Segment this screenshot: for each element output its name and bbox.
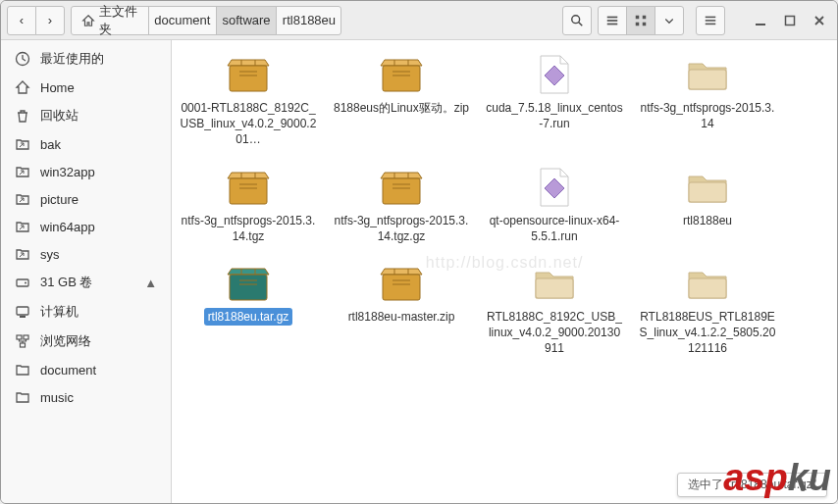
sidebar-item-label: document bbox=[40, 363, 96, 378]
sidebar-item-11[interactable]: document bbox=[1, 356, 171, 383]
minimize-icon bbox=[755, 15, 766, 26]
svg-rect-20 bbox=[24, 335, 28, 339]
run-icon bbox=[531, 167, 578, 208]
breadcrumb-home[interactable]: 主文件夹 bbox=[71, 6, 149, 35]
sidebar-item-0[interactable]: 最近使用的 bbox=[1, 44, 171, 74]
content-area[interactable]: 0001-RTL8188C_8192C_USB_linux_v4.0.2_900… bbox=[172, 40, 837, 503]
file-item[interactable]: ntfs-3g_ntfsprogs-2015.3.14.tgz.gz bbox=[325, 163, 478, 249]
back-button[interactable]: ‹ bbox=[7, 6, 36, 35]
svg-rect-28 bbox=[230, 275, 267, 300]
package-icon bbox=[225, 167, 272, 208]
sidebar-item-7[interactable]: sys bbox=[1, 240, 171, 268]
folder-icon bbox=[684, 54, 731, 95]
file-item[interactable]: RTL8188C_8192C_USB_linux_v4.0.2_9000.201… bbox=[478, 259, 631, 362]
svg-rect-13 bbox=[786, 16, 795, 25]
folder-link-icon bbox=[15, 136, 30, 152]
computer-icon bbox=[15, 304, 30, 320]
folder-icon bbox=[15, 362, 30, 378]
svg-rect-29 bbox=[383, 275, 420, 300]
sidebar-item-label: 31 GB 卷 bbox=[40, 274, 92, 291]
search-icon bbox=[570, 14, 584, 27]
folder-link-icon bbox=[15, 191, 30, 207]
breadcrumb-item-0[interactable]: document bbox=[148, 6, 216, 35]
file-item[interactable]: rtl8188eu-master.zip bbox=[325, 259, 478, 362]
file-item[interactable]: ntfs-3g_ntfsprogs-2015.3.14.tgz bbox=[172, 163, 325, 249]
sidebar-item-4[interactable]: win32app bbox=[1, 158, 171, 185]
maximize-icon bbox=[784, 15, 796, 26]
menu-button[interactable] bbox=[696, 6, 725, 35]
folder-icon bbox=[684, 167, 731, 208]
sidebar-item-label: sys bbox=[40, 247, 60, 262]
view-group bbox=[598, 6, 684, 35]
clock-icon bbox=[15, 51, 30, 67]
sidebar-item-label: 回收站 bbox=[40, 107, 79, 125]
breadcrumb-home-label: 主文件夹 bbox=[99, 3, 138, 38]
svg-rect-5 bbox=[636, 15, 640, 19]
maximize-button[interactable] bbox=[778, 6, 802, 35]
sidebar-item-10[interactable]: 浏览网络 bbox=[1, 327, 171, 356]
disk-icon bbox=[15, 275, 30, 290]
package-icon bbox=[225, 263, 272, 304]
folder-icon bbox=[684, 263, 731, 304]
sidebar-item-label: win32app bbox=[40, 165, 95, 179]
sidebar-item-2[interactable]: 回收站 bbox=[1, 101, 171, 130]
svg-rect-18 bbox=[20, 316, 26, 318]
nav-group: ‹ › bbox=[7, 6, 65, 35]
svg-point-0 bbox=[572, 15, 580, 23]
package-icon bbox=[378, 167, 425, 208]
sidebar-item-label: 计算机 bbox=[40, 303, 79, 321]
file-label: qt-opensource-linux-x64-5.5.1.run bbox=[482, 212, 627, 245]
home-icon bbox=[15, 79, 30, 95]
grid-icon bbox=[634, 14, 648, 27]
hamburger-icon bbox=[704, 14, 717, 27]
close-icon bbox=[813, 15, 825, 26]
view-list-button[interactable] bbox=[598, 6, 627, 35]
network-icon bbox=[15, 333, 30, 349]
svg-rect-11 bbox=[706, 23, 716, 25]
file-item[interactable]: 8188eus的Linux驱动。zip bbox=[325, 50, 478, 153]
svg-rect-22 bbox=[230, 66, 267, 91]
forward-button[interactable]: › bbox=[35, 6, 65, 35]
sidebar-item-5[interactable]: picture bbox=[1, 185, 171, 213]
toolbar-right bbox=[562, 6, 831, 35]
search-button[interactable] bbox=[562, 6, 592, 35]
close-button[interactable] bbox=[808, 6, 831, 35]
file-item[interactable]: rtl8188eu bbox=[631, 163, 784, 249]
file-item[interactable]: cuda_7.5.18_linux_centos-7.run bbox=[478, 50, 631, 153]
file-label: rtl8188eu-master.zip bbox=[344, 308, 459, 326]
file-item[interactable]: RTL8188EUS_RTL8189ES_linux_v4.1.2.2_5805… bbox=[631, 259, 784, 362]
svg-rect-31 bbox=[689, 278, 726, 298]
sidebar-item-8[interactable]: 31 GB 卷▲ bbox=[1, 268, 171, 297]
chevron-left-icon: ‹ bbox=[20, 13, 24, 27]
file-item[interactable]: rtl8188eu.tar.gz bbox=[172, 259, 325, 362]
sidebar-item-6[interactable]: win64app bbox=[1, 213, 171, 240]
view-more-button[interactable] bbox=[655, 6, 684, 35]
sidebar-item-label: 最近使用的 bbox=[40, 50, 104, 68]
minimize-button[interactable] bbox=[749, 6, 772, 35]
svg-rect-10 bbox=[706, 20, 716, 22]
breadcrumb-item-2[interactable]: rtl8188eu bbox=[276, 6, 341, 35]
sidebar-item-label: Home bbox=[40, 80, 75, 95]
file-label: rtl8188eu bbox=[679, 212, 736, 229]
svg-rect-30 bbox=[536, 278, 573, 298]
view-icons-button[interactable] bbox=[626, 6, 655, 35]
file-item[interactable]: qt-opensource-linux-x64-5.5.1.run bbox=[478, 163, 631, 249]
sidebar-item-3[interactable]: bak bbox=[1, 130, 171, 158]
file-item[interactable]: 0001-RTL8188C_8192C_USB_linux_v4.0.2_900… bbox=[172, 50, 325, 153]
sidebar-item-12[interactable]: music bbox=[1, 383, 171, 411]
sidebar-item-1[interactable]: Home bbox=[1, 74, 171, 101]
file-label: cuda_7.5.18_linux_centos-7.run bbox=[482, 99, 627, 132]
file-item[interactable]: ntfs-3g_ntfsprogs-2015.3.14 bbox=[631, 50, 784, 153]
folder-link-icon bbox=[15, 219, 30, 234]
breadcrumb-item-1[interactable]: software bbox=[216, 6, 278, 35]
sidebar-item-9[interactable]: 计算机 bbox=[1, 297, 171, 327]
sidebar-item-label: bak bbox=[40, 137, 61, 152]
svg-rect-7 bbox=[636, 22, 640, 25]
file-label: ntfs-3g_ntfsprogs-2015.3.14.tgz.gz bbox=[329, 212, 474, 245]
sidebar[interactable]: 最近使用的Home回收站bakwin32apppicturewin64appsy… bbox=[1, 40, 172, 503]
main: 最近使用的Home回收站bakwin32apppicturewin64appsy… bbox=[1, 40, 837, 503]
eject-icon[interactable]: ▲ bbox=[144, 276, 157, 290]
svg-rect-25 bbox=[230, 178, 267, 204]
file-label: rtl8188eu.tar.gz bbox=[204, 308, 293, 326]
file-label: RTL8188EUS_RTL8189ES_linux_v4.1.2.2_5805… bbox=[635, 308, 780, 358]
